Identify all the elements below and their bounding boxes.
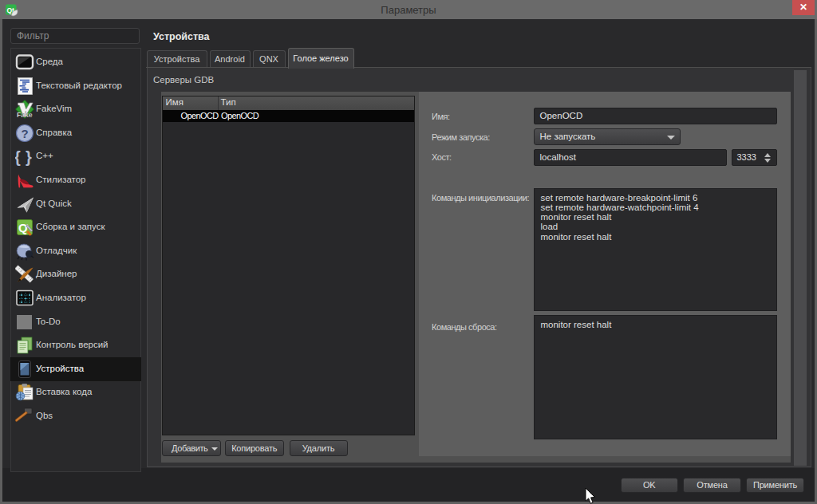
svg-text:{: { — [15, 148, 21, 166]
svg-text:?: ? — [22, 126, 29, 140]
svg-text:Fake: Fake — [17, 111, 33, 119]
svg-text:}: } — [26, 148, 32, 166]
